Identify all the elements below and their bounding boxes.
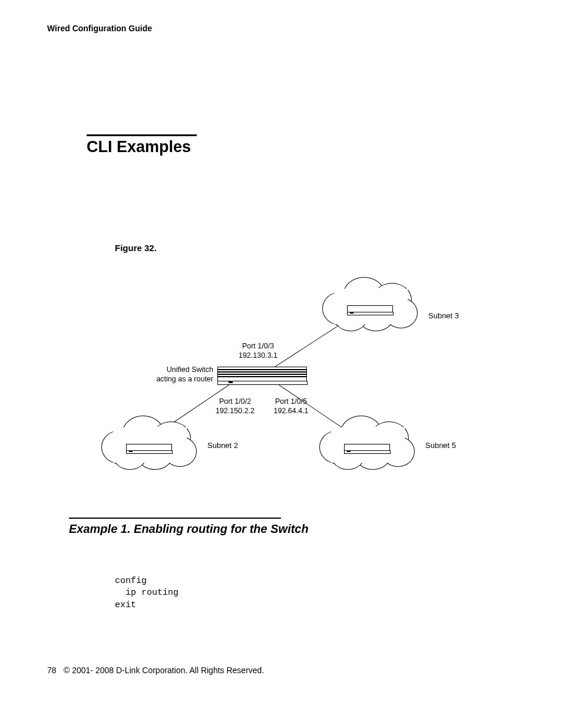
page-number: 78	[47, 666, 57, 675]
port-1-0-3-label: Port 1/0/3 192.130.3.1	[232, 342, 285, 360]
port-1-0-2-label: Port 1/0/2 192.150.2.2	[209, 397, 262, 416]
subnet-5-label: Subnet 5	[425, 441, 456, 450]
subnet-3-switch-icon	[347, 305, 393, 315]
figure-caption: Figure 32.	[115, 243, 157, 253]
port-1-0-2-name: Port 1/0/2	[219, 397, 251, 406]
running-header: Wired Configuration Guide	[47, 24, 152, 33]
document-page: Wired Configuration Guide CLI Examples F…	[0, 0, 562, 728]
cli-code-block: config ip routing exit	[115, 575, 178, 611]
port-1-0-5-name: Port 1/0/5	[275, 397, 307, 406]
subnet-5-cloud	[313, 410, 419, 475]
example-title: Example 1. Enabling routing for the Swit…	[69, 522, 309, 536]
network-diagram: Unified Switch acting as a router Port 1…	[87, 259, 487, 495]
unified-switch-router	[217, 367, 307, 384]
port-1-0-2-ip: 192.150.2.2	[216, 407, 254, 415]
port-1-0-3-name: Port 1/0/3	[242, 342, 274, 350]
subnet-2-cloud	[95, 410, 201, 475]
subnet-5-switch-icon	[344, 444, 390, 453]
port-1-0-5-ip: 192.64.4.1	[273, 407, 308, 415]
section-title: CLI Examples	[87, 138, 191, 156]
subnet-3-label: Subnet 3	[428, 311, 459, 320]
subnet-3-cloud	[316, 271, 422, 336]
port-1-0-5-label: Port 1/0/5 192.64.4.1	[265, 397, 318, 416]
router-label-line1: Unified Switch	[167, 365, 213, 374]
subnet-2-label: Subnet 2	[207, 441, 238, 450]
section-title-rule	[87, 134, 197, 136]
example-title-rule	[69, 518, 281, 519]
subnet-2-switch-icon	[126, 444, 172, 453]
router-label: Unified Switch acting as a router	[122, 365, 213, 384]
port-1-0-3-ip: 192.130.3.1	[239, 351, 277, 360]
copyright: © 2001- 2008 D-Link Corporation. All Rig…	[64, 666, 264, 675]
router-label-line2: acting as a router	[156, 375, 213, 383]
